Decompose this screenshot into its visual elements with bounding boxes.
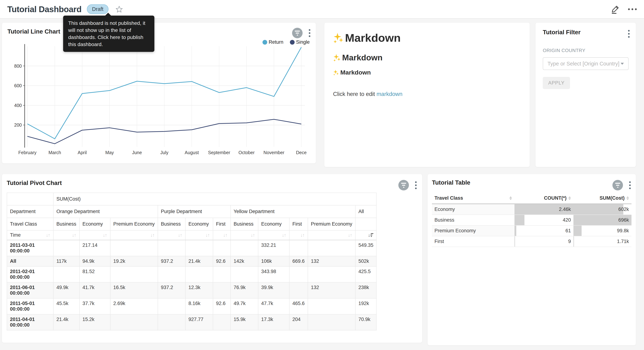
chart-legend: ReturnSingle: [262, 39, 310, 45]
edit-dashboard-button[interactable]: [610, 5, 620, 14]
pivot-cell: 132: [308, 282, 356, 298]
chart-title: Tutorial Line Chart: [8, 28, 60, 35]
pivot-cell: 142k: [230, 256, 258, 266]
pivot-cell: 12.3k: [186, 282, 213, 298]
pivot-cell: [289, 266, 308, 282]
pivot-cell: [186, 240, 213, 256]
pivot-table-grid: SUM(Cost)DepartmentOrange DepartmentPurp…: [7, 192, 376, 330]
pivot-cell: 927.77: [186, 314, 213, 330]
svg-text:Dece: Dece: [296, 150, 306, 155]
sort-icon[interactable]: ↓↑: [206, 232, 210, 238]
kebab-menu-button[interactable]: [415, 181, 417, 189]
filter-badge-icon[interactable]: [292, 28, 302, 38]
sort-carets-icon[interactable]: [626, 196, 629, 200]
legend-item-return[interactable]: Return: [262, 39, 283, 45]
pivot-cell: 937.2: [158, 256, 186, 266]
line-chart-canvas[interactable]: 200400600800FebruaryMarchAprilMayJuneJul…: [6, 41, 310, 158]
pivot-row-header: 2011-04-01 00:00:00: [7, 314, 53, 330]
kebab-menu-button[interactable]: [309, 29, 310, 37]
publish-tooltip[interactable]: This dashboard is not published, it will…: [63, 16, 154, 52]
pivot-cell: [53, 240, 80, 256]
svg-text:October: October: [238, 150, 255, 155]
pivot-cell: 15.2k: [80, 314, 110, 330]
more-menu-button[interactable]: [628, 8, 637, 10]
pivot-cell: 70.9k: [356, 314, 376, 330]
pivot-cell: 37.7k: [80, 298, 110, 314]
pivot-cell: 343.98: [258, 266, 289, 282]
filter-badge-icon[interactable]: [612, 180, 623, 190]
pivot-cell: 41.7k: [80, 282, 110, 298]
sparkles-icon: [333, 33, 344, 43]
sort-icon[interactable]: ↓↑: [103, 232, 107, 238]
column-header-travel-class[interactable]: Travel Class: [432, 192, 514, 204]
filter-badge-icon[interactable]: [398, 180, 409, 190]
sort-descending-icon[interactable]: ↓: [368, 232, 373, 238]
pivot-cell: 2.69k: [110, 298, 158, 314]
svg-text:600: 600: [14, 83, 22, 88]
pivot-cell: [53, 266, 80, 282]
origin-country-label: ORIGIN COUNTRY: [543, 48, 628, 53]
svg-text:November: November: [264, 150, 284, 155]
sparkles-icon: [333, 70, 339, 76]
svg-text:September: September: [208, 150, 230, 155]
pivot-column-header: First: [213, 218, 230, 230]
legend-label: Single: [296, 39, 310, 45]
svg-text:400: 400: [14, 103, 22, 108]
pivot-cell: [230, 240, 258, 256]
sum-cost-cell: 696k: [574, 215, 632, 226]
pivot-cell: 132: [308, 256, 356, 266]
star-icon: [116, 6, 123, 13]
pivot-row: 2011-02-01 00:00:0081.52343.98425.5: [7, 266, 376, 282]
pivot-row: 2011-03-01 00:00:00217.14332.21549.35: [7, 240, 376, 256]
pivot-cell: [158, 266, 186, 282]
kebab-menu-button[interactable]: [629, 181, 631, 189]
edit-markdown-link[interactable]: markdown: [376, 91, 402, 97]
markdown-panel: Markdown Markdown Markdown Click here to…: [324, 23, 530, 167]
pivot-row: All117k94.9k19.2k937.221.4k92.6142k106k6…: [7, 256, 376, 266]
sort-icon[interactable]: ↓↑: [300, 232, 305, 238]
sort-icon[interactable]: ↓↑: [150, 232, 155, 238]
pivot-cell: 117k: [53, 256, 80, 266]
table-row: Economy2.46k602k: [432, 204, 632, 215]
pivot-cell: 45.5k: [53, 298, 80, 314]
sort-icon[interactable]: ↓↑: [223, 232, 228, 238]
sum-cost-cell: 1.71k: [574, 236, 632, 247]
pivot-cell: 204: [289, 314, 308, 330]
pivot-cell: 15.9k: [230, 314, 258, 330]
travel-class-cell: Premium Economy: [432, 226, 514, 236]
pivot-cell: [110, 266, 158, 282]
sort-icon[interactable]: ↓↑: [72, 232, 76, 238]
legend-dot-icon: [290, 40, 294, 44]
pivot-cell: 106k: [258, 256, 289, 266]
pivot-row: 2011-04-01 00:00:0021.4k15.2k927.7715.9k…: [7, 314, 376, 330]
travel-class-cell: Business: [432, 215, 514, 226]
pivot-cell: 21.4k: [53, 314, 80, 330]
pivot-sort-cell: ↓↑: [80, 230, 110, 240]
sort-icon[interactable]: ↓↑: [251, 232, 255, 238]
pivot-cell: 425.5: [356, 266, 376, 282]
sort-icon[interactable]: ↓↑: [282, 232, 286, 238]
pivot-sort-cell: ↓↑: [186, 230, 213, 240]
legend-item-single[interactable]: Single: [290, 39, 310, 45]
origin-country-select[interactable]: Type or Select [Origin Country]: [543, 57, 628, 70]
sort-carets-icon[interactable]: [510, 196, 512, 200]
svg-text:August: August: [185, 150, 199, 155]
pivot-cell: [110, 314, 158, 330]
kebab-menu-button[interactable]: [628, 30, 630, 38]
page-title: Tutorial Dashboard: [7, 4, 82, 14]
column-header-sum-cost[interactable]: SUM(Cost): [574, 192, 632, 204]
pivot-cell: [308, 314, 356, 330]
column-header-count[interactable]: COUNT(*): [514, 192, 574, 204]
pivot-cell: 16.5k: [110, 282, 158, 298]
pivot-row-header: 2011-03-01 00:00:00: [7, 240, 53, 256]
pivot-cell: 465.6: [289, 298, 308, 314]
pivot-cell: 19.2k: [110, 256, 158, 266]
pivot-cell: [158, 298, 186, 314]
sort-carets-icon[interactable]: [568, 196, 571, 200]
travel-class-cell: First: [432, 236, 514, 247]
apply-button[interactable]: APPLY: [543, 77, 570, 89]
favorite-button[interactable]: [116, 6, 123, 13]
sort-icon[interactable]: ↓↑: [348, 232, 352, 238]
sort-icon[interactable]: ↓↑: [178, 232, 182, 238]
sort-icon[interactable]: ↓↑: [46, 232, 50, 238]
